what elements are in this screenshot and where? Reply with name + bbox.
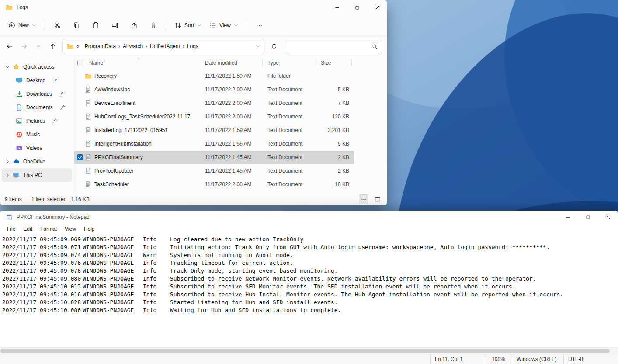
chevron-right-icon[interactable] <box>4 159 10 165</box>
refresh-button[interactable] <box>267 40 281 53</box>
file-list: Recovery11/17/2022 1:59 AMFile folderAwW… <box>74 69 387 193</box>
menu-file[interactable]: File <box>3 225 19 233</box>
sidebar-item-quick-access[interactable]: Quick access <box>2 60 72 73</box>
file-row[interactable]: Recovery11/17/2022 1:59 AMFile folder <box>74 69 354 83</box>
horizontal-scrollbar[interactable] <box>0 347 618 354</box>
more-options-button[interactable] <box>252 18 267 33</box>
file-row[interactable]: AwWindowsIpc11/17/2022 2:00 AMText Docum… <box>74 83 354 97</box>
file-row[interactable]: DeviceEnrollment11/17/2022 2:00 AMText D… <box>74 97 354 110</box>
sidebar-item-desktop[interactable]: Desktop <box>2 73 72 87</box>
pin-icon <box>52 118 58 124</box>
sort-button[interactable]: Sort <box>170 19 205 32</box>
toolbar-separator <box>44 21 44 30</box>
sidebar-item-label: Desktop <box>26 77 45 83</box>
log-level: Info <box>143 298 170 306</box>
breadcrumb-overflow[interactable]: « <box>74 42 82 51</box>
rename-button[interactable] <box>108 18 122 33</box>
breadcrumb-segment[interactable]: Logs <box>185 42 201 51</box>
column-header-date-modified[interactable]: Date modified <box>205 60 237 66</box>
recent-locations-button[interactable] <box>31 40 45 53</box>
file-size: 5 KB <box>314 141 349 147</box>
log-line: 2022/11/17 09:45:10.028WINDOWS-PNJOAGEIn… <box>2 298 618 306</box>
select-all-checkbox[interactable] <box>77 60 83 66</box>
breadcrumb-segment[interactable]: UnifiedAgent <box>148 42 182 51</box>
chevron-down-icon[interactable] <box>256 44 260 49</box>
menu-edit[interactable]: Edit <box>19 225 36 233</box>
address-bar[interactable]: « ProgramData›Airwatch›UnifiedAgent›Logs <box>62 39 264 54</box>
details-view-icon <box>360 196 367 203</box>
sidebar-item-music[interactable]: Music <box>2 128 72 141</box>
status-spacer <box>0 354 431 364</box>
minimize-button[interactable] <box>558 211 578 224</box>
breadcrumb-segment[interactable]: ProgramData <box>83 42 118 51</box>
column-header-name[interactable]: Name <box>89 60 103 66</box>
delete-button[interactable] <box>146 18 161 33</box>
menu-format[interactable]: Format <box>36 225 61 233</box>
row-checkbox[interactable] <box>77 154 83 160</box>
chevron-right-icon[interactable] <box>4 172 10 178</box>
file-row[interactable]: HubComLogs_TaskScheduler2022-11-1711/17/… <box>74 110 354 124</box>
menu-view[interactable]: View <box>61 225 80 233</box>
log-timestamp: 2022/11/17 09:45:09.074 <box>2 251 83 259</box>
chevron-down-icon[interactable] <box>4 64 10 70</box>
log-hostname: WINDOWS-PNJOAGE <box>83 283 143 291</box>
sidebar-item-label: Videos <box>26 145 42 151</box>
details-view-button[interactable] <box>359 194 368 204</box>
up-button[interactable] <box>46 40 59 53</box>
sidebar-item-downloads[interactable]: Downloads <box>2 87 72 101</box>
cut-button[interactable] <box>50 18 65 33</box>
close-button[interactable] <box>367 0 387 15</box>
zoom-level[interactable]: 100% <box>485 354 512 364</box>
paste-button[interactable] <box>88 18 103 33</box>
column-divider <box>315 60 315 66</box>
file-date-modified: 11/17/2022 2:00 AM <box>205 114 252 120</box>
back-button[interactable] <box>3 40 16 53</box>
view-button[interactable]: View <box>205 19 242 32</box>
search-input[interactable] <box>290 43 372 50</box>
column-header-size[interactable]: Size <box>321 60 331 66</box>
sidebar-item-label: Pictures <box>26 118 45 124</box>
sidebar-item-onedrive[interactable]: OneDrive <box>2 155 72 168</box>
file-row[interactable]: ProvToolUpdater11/17/2022 1:45 AMText Do… <box>74 164 354 178</box>
file-row[interactable]: IntelligentHubInstallation11/17/2022 1:5… <box>74 137 354 151</box>
file-row[interactable]: InstallerLog_17112022_01595111/17/2022 1… <box>74 124 354 137</box>
minimize-icon <box>565 215 571 220</box>
minimize-button[interactable] <box>327 0 347 15</box>
sidebar-item-this-pc[interactable]: This PC <box>2 168 72 182</box>
log-timestamp: 2022/11/17 09:45:10.028 <box>2 298 83 306</box>
notepad-text[interactable]: 2022/11/17 09:45:09.069WINDOWS-PNJOAGEIn… <box>0 234 618 347</box>
file-date-modified: 11/17/2022 2:00 AM <box>205 87 252 93</box>
sidebar-item-pictures[interactable]: Pictures <box>2 114 72 128</box>
onedrive-icon <box>13 158 20 165</box>
maximize-button[interactable] <box>347 0 367 15</box>
column-header-type[interactable]: Type <box>267 60 279 66</box>
notepad-window-controls <box>558 211 618 224</box>
scrollbar-thumb[interactable] <box>0 349 610 353</box>
sidebar-item-documents[interactable]: Documents <box>2 101 72 114</box>
share-button[interactable] <box>127 18 142 33</box>
file-type: Text Document <box>267 87 302 93</box>
new-button[interactable]: New <box>4 19 40 32</box>
folder-icon <box>66 43 73 50</box>
selection-size: 1.16 KB <box>71 196 90 202</box>
maximize-button[interactable] <box>578 211 598 224</box>
menu-help[interactable]: Help <box>80 225 99 233</box>
breadcrumb-separator: › <box>182 43 185 49</box>
log-line: 2022/11/17 09:45:10.013WINDOWS-PNJOAGEIn… <box>2 283 618 291</box>
search-box <box>286 39 382 54</box>
thumbnails-view-button[interactable] <box>373 194 382 204</box>
forward-button[interactable] <box>17 40 31 53</box>
close-button[interactable] <box>598 211 618 224</box>
desktop: Logs New Sort <box>0 0 618 364</box>
copy-button[interactable] <box>69 18 84 33</box>
log-hostname: WINDOWS-PNJOAGE <box>83 275 143 283</box>
sidebar-item-videos[interactable]: Videos <box>2 141 72 155</box>
notepad-titlebar: PPKGFinalSummary - Notepad <box>0 211 618 224</box>
log-hostname: WINDOWS-PNJOAGE <box>83 251 143 259</box>
text-file-icon <box>85 181 92 188</box>
music-icon <box>16 131 23 138</box>
file-row[interactable]: TaskScheduler11/17/2022 2:00 AMText Docu… <box>74 178 354 191</box>
chevron-down-icon <box>32 23 36 28</box>
file-row[interactable]: PPKGFinalSummary11/17/2022 1:45 AMText D… <box>74 151 354 164</box>
breadcrumb-segment[interactable]: Airwatch <box>121 42 145 51</box>
